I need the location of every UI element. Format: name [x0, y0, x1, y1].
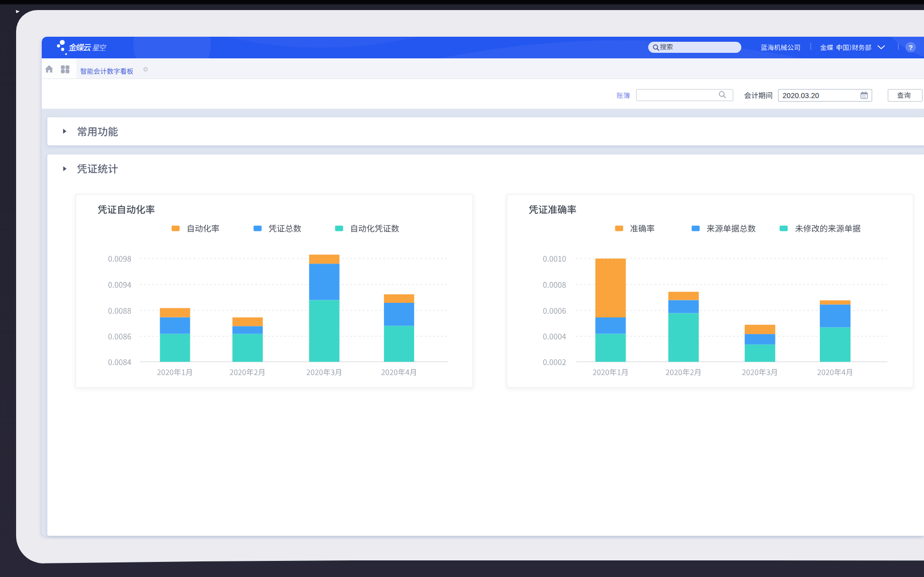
svg-text:?: ?: [908, 44, 912, 51]
